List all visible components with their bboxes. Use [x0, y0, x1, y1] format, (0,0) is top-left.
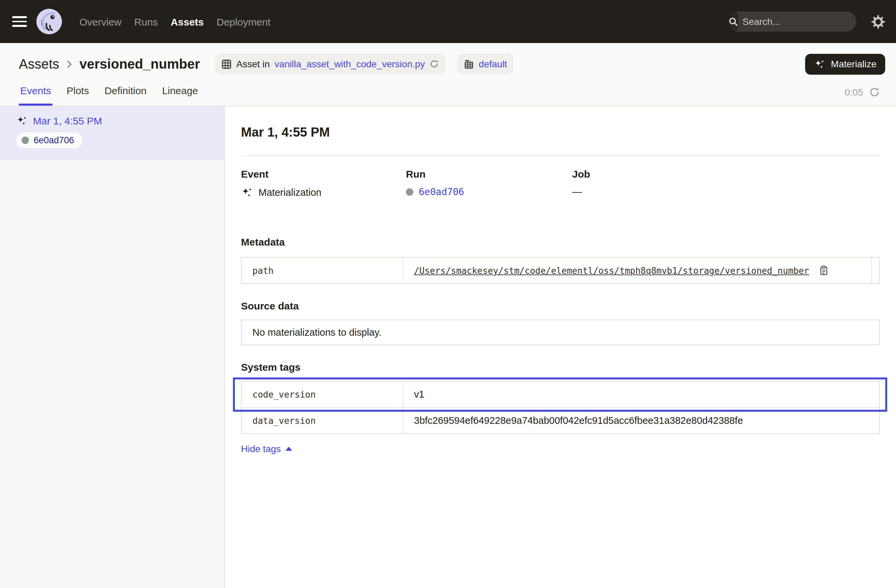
asset-grid-icon: [221, 59, 232, 69]
breadcrumb: Assets versioned_number: [19, 56, 200, 71]
run-status-dot: [406, 188, 413, 196]
tab-bar: Events Plots Definition Lineage 0:05: [0, 85, 896, 106]
tag-key: data_version: [241, 407, 403, 434]
top-nav: Overview Runs Assets Deployment /: [0, 0, 896, 43]
code-location-link[interactable]: default: [478, 59, 507, 69]
event-type-value: Materialization: [259, 187, 322, 198]
primary-nav: Overview Runs Assets Deployment: [79, 16, 271, 27]
system-tags-table: code_version v1 data_version 3bfc269594e…: [241, 381, 880, 434]
metadata-key: path: [241, 257, 403, 284]
tag-key: code_version: [241, 381, 403, 407]
materialize-label: Materialize: [831, 59, 876, 69]
event-list-item-selected[interactable]: Mar 1, 4:55 PM 6e0ad706: [0, 106, 224, 160]
source-data-heading: Source data: [241, 300, 880, 311]
refresh-countdown: 0:05: [845, 87, 863, 97]
system-tags-section: System tags code_version v1 data_version…: [241, 361, 880, 455]
metadata-heading: Metadata: [241, 236, 880, 248]
metadata-section: Metadata path /Users/smackesey/stm/code/…: [241, 236, 880, 284]
tag-value: 3bfc269594ef649228e9a74bab00f042efc91d5a…: [414, 415, 743, 426]
job-value: —: [572, 186, 582, 197]
hide-tags-link[interactable]: Hide tags: [241, 444, 292, 454]
event-detail-pane: Mar 1, 4:55 PM Event Materialization: [225, 106, 896, 588]
run-column-label: Run: [406, 168, 572, 179]
dagster-logo-icon[interactable]: [37, 9, 62, 34]
materialization-sparkle-icon: [241, 186, 253, 199]
divider: [241, 155, 880, 156]
breadcrumb-assets-link[interactable]: Assets: [19, 56, 59, 71]
nav-item-deployment[interactable]: Deployment: [217, 16, 271, 27]
asset-definition-badge[interactable]: Asset in vanilla_asset_with_code_version…: [215, 54, 446, 74]
run-id-chip[interactable]: 6e0ad706: [16, 132, 82, 148]
metadata-table: path /Users/smackesey/stm/code/elementl/…: [241, 257, 880, 284]
page-title: versioned_number: [79, 56, 200, 71]
asset-file-link[interactable]: vanilla_asset_with_code_version.py: [275, 59, 425, 69]
job-column-label: Job: [572, 168, 880, 179]
nav-item-overview[interactable]: Overview: [79, 16, 122, 27]
search-input[interactable]: [739, 16, 856, 27]
app: Overview Runs Assets Deployment /: [0, 0, 896, 588]
event-list-sidebar: Mar 1, 4:55 PM 6e0ad706: [0, 106, 225, 588]
page-header: Assets versioned_number Asset in vanilla…: [0, 43, 896, 106]
reload-icon[interactable]: [430, 59, 439, 68]
run-id-chip-label: 6e0ad706: [34, 135, 74, 145]
menu-icon[interactable]: [12, 16, 27, 27]
event-column-label: Event: [241, 168, 406, 179]
tab-definition[interactable]: Definition: [103, 85, 148, 106]
chevron-right-icon: [67, 59, 72, 68]
run-id-link[interactable]: 6e0ad706: [419, 186, 464, 197]
asset-badge-prefix: Asset in: [236, 59, 270, 69]
caret-up-icon: [285, 447, 292, 451]
materialization-sparkle-icon: [16, 115, 27, 126]
search-bar[interactable]: /: [728, 11, 856, 32]
path-value-link[interactable]: /Users/smackesey/stm/code/elementl/oss/t…: [414, 266, 809, 276]
event-timestamp: Mar 1, 4:55 PM: [33, 115, 102, 126]
repo-grid-icon: [464, 59, 474, 69]
materialize-button[interactable]: Materialize: [805, 53, 885, 74]
tab-events[interactable]: Events: [19, 85, 52, 106]
run-status-dot: [21, 137, 29, 144]
nav-item-assets[interactable]: Assets: [171, 16, 204, 27]
source-data-empty-message: No materializations to display.: [241, 319, 880, 345]
event-detail-title: Mar 1, 4:55 PM: [241, 125, 880, 140]
system-tags-heading: System tags: [241, 361, 880, 373]
event-timestamp-link[interactable]: Mar 1, 4:55 PM: [16, 115, 208, 126]
hide-tags-label: Hide tags: [241, 444, 281, 454]
tag-value: v1: [414, 389, 424, 400]
tab-plots[interactable]: Plots: [65, 85, 91, 106]
tab-lineage[interactable]: Lineage: [161, 85, 200, 106]
nav-item-runs[interactable]: Runs: [134, 16, 158, 27]
refresh-icon[interactable]: [869, 87, 880, 97]
copy-icon[interactable]: [819, 265, 829, 276]
content: Mar 1, 4:55 PM 6e0ad706 Mar 1, 4:55 PM E…: [0, 106, 896, 588]
search-icon: [728, 11, 739, 32]
table-row-data-version: data_version 3bfc269594ef649228e9a74bab0…: [241, 407, 879, 434]
settings-gear-icon[interactable]: [871, 14, 885, 29]
code-location-badge[interactable]: default: [457, 54, 514, 74]
table-row: path /Users/smackesey/stm/code/elementl/…: [241, 257, 879, 284]
event-summary: Event Materialization Run 6e0ad: [241, 168, 880, 199]
source-data-section: Source data No materializations to displ…: [241, 300, 880, 345]
table-row-code-version: code_version v1: [241, 381, 879, 407]
sparkle-icon: [814, 58, 826, 70]
